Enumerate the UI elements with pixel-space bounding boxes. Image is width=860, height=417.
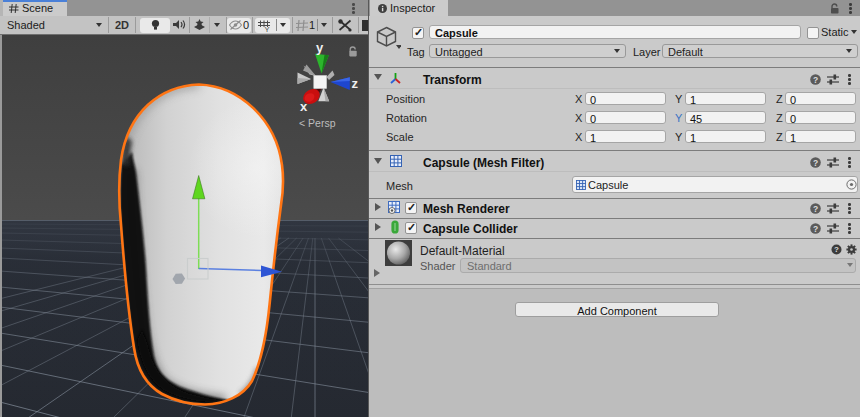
svg-text:?: ?: [813, 75, 818, 85]
svg-text:Y: Y: [265, 25, 270, 33]
svg-text:x: x: [300, 99, 308, 114]
svg-text:y: y: [316, 40, 324, 55]
svg-text:?: ?: [813, 224, 818, 234]
svg-text:?: ?: [813, 204, 818, 214]
svg-text:z: z: [352, 76, 359, 91]
svg-text:?: ?: [813, 158, 818, 168]
svg-text:?: ?: [834, 245, 839, 254]
svg-text:< Persp: < Persp: [299, 117, 336, 129]
